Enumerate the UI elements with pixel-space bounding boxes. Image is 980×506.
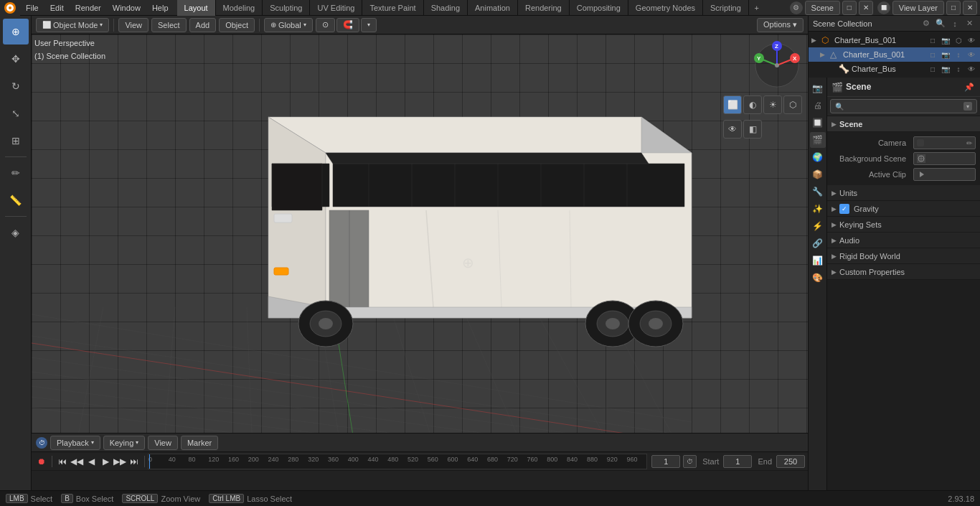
workspace-tab-uv-editing[interactable]: UV Editing bbox=[310, 0, 362, 16]
measure-tool-btn[interactable]: 📏 bbox=[3, 187, 29, 213]
scale-tool-btn[interactable]: ⤡ bbox=[3, 100, 29, 126]
material-props-btn[interactable]: 🎨 bbox=[810, 270, 826, 286]
bus001-render-icon[interactable]: 📷 bbox=[940, 49, 951, 60]
view-layer-selector[interactable]: View Layer bbox=[892, 1, 944, 15]
menu-edit[interactable]: Edit bbox=[44, 0, 70, 16]
workspace-tab-add[interactable]: + bbox=[749, 0, 765, 16]
modifier-props-btn[interactable]: 🔧 bbox=[810, 184, 826, 200]
gravity-checkbox[interactable]: ✓ bbox=[839, 204, 849, 214]
wireframe-mode-btn[interactable]: ⬡ bbox=[783, 95, 802, 114]
menu-help[interactable]: Help bbox=[146, 0, 174, 16]
gravity-section[interactable]: ▶ ✓ Gravity bbox=[827, 201, 980, 217]
outliner-scene-collection-row[interactable]: ▶ ⬡ Charter_Bus_001 □ 📷 ⬡ 👁 bbox=[809, 33, 980, 47]
render-props-btn[interactable]: 📷 bbox=[810, 80, 826, 96]
workspace-tab-geometry-nodes[interactable]: Geometry Nodes bbox=[628, 0, 703, 16]
outliner-filter-btn[interactable]: ⚙ bbox=[920, 17, 933, 30]
menu-render[interactable]: Render bbox=[70, 0, 107, 16]
options-btn[interactable]: Options ▾ bbox=[757, 18, 804, 32]
view-menu-btn-timeline[interactable]: View bbox=[148, 436, 178, 450]
jump-start-btn[interactable]: ⏮ bbox=[55, 454, 70, 469]
bus-view-icon[interactable]: □ bbox=[927, 63, 938, 75]
workspace-tab-animation[interactable]: Animation bbox=[468, 0, 518, 16]
record-btn[interactable]: ⏺ bbox=[34, 454, 49, 469]
object-props-btn[interactable]: 📦 bbox=[810, 167, 826, 182]
outliner-charter-bus-001-row[interactable]: ▶ △ Charter_Bus_001 □ 📷 ↕ 👁 bbox=[809, 47, 980, 62]
snap-type-btn[interactable]: ▾ bbox=[361, 18, 377, 32]
workspace-tab-layout[interactable]: Layout bbox=[177, 0, 216, 16]
proportional-btn[interactable]: ⊙ bbox=[316, 18, 335, 32]
annotate-tool-btn[interactable]: ✏ bbox=[3, 160, 29, 186]
add-object-btn[interactable]: ◈ bbox=[3, 220, 29, 245]
xray-btn[interactable]: ◧ bbox=[743, 120, 762, 139]
props-pin-btn[interactable]: 📌 bbox=[963, 80, 976, 93]
custom-properties-section[interactable]: ▶ Custom Properties bbox=[827, 264, 980, 280]
bus-hide-icon[interactable]: 👁 bbox=[966, 63, 977, 75]
active-clip-field[interactable] bbox=[913, 168, 976, 181]
bus001-hide-icon[interactable]: 👁 bbox=[966, 49, 977, 60]
select-menu-btn[interactable]: Select bbox=[151, 18, 187, 32]
data-props-btn[interactable]: 📊 bbox=[810, 253, 826, 268]
workspace-tab-sculpting[interactable]: Sculpting bbox=[263, 0, 310, 16]
view-layer-close-btn[interactable]: ✕ bbox=[963, 1, 977, 15]
particle-props-btn[interactable]: ✨ bbox=[810, 201, 826, 217]
workspace-tab-texture-paint[interactable]: Texture Paint bbox=[362, 0, 423, 16]
bus-select-icon[interactable]: ↕ bbox=[953, 63, 964, 75]
outliner-sync-btn[interactable]: ↕ bbox=[948, 17, 961, 30]
bus001-view-icon[interactable]: □ bbox=[927, 49, 938, 60]
current-frame-input[interactable] bbox=[651, 455, 680, 468]
rigid-body-world-section[interactable]: ▶ Rigid Body World bbox=[827, 248, 980, 264]
jump-end-btn[interactable]: ⏭ bbox=[127, 454, 141, 469]
material-mode-btn[interactable]: ◐ bbox=[743, 95, 762, 114]
start-frame-input[interactable] bbox=[723, 455, 752, 468]
props-search-filter-btn[interactable]: ▾ bbox=[963, 102, 972, 111]
jump-next-keyframe-btn[interactable]: ▶▶ bbox=[113, 454, 127, 469]
constraints-props-btn[interactable]: 🔗 bbox=[810, 235, 826, 251]
output-props-btn[interactable]: 🖨 bbox=[810, 98, 826, 113]
physics-props-btn[interactable]: ⚡ bbox=[810, 218, 826, 234]
restrict-hide-icon[interactable]: 👁 bbox=[966, 34, 977, 46]
marker-menu-btn[interactable]: Marker bbox=[181, 436, 218, 450]
outliner-new-btn[interactable]: ✕ bbox=[963, 17, 976, 30]
overlays-btn[interactable]: 👁 bbox=[723, 120, 742, 139]
audio-section[interactable]: ▶ Audio bbox=[827, 233, 980, 248]
workspace-tab-scripting[interactable]: Scripting bbox=[703, 0, 749, 16]
end-frame-input[interactable] bbox=[776, 455, 805, 468]
scene-close-btn[interactable]: ✕ bbox=[859, 1, 873, 15]
play-reverse-btn[interactable]: ◀ bbox=[84, 454, 98, 469]
cursor-tool-btn[interactable]: ⊕ bbox=[3, 19, 29, 44]
workspace-tab-modeling[interactable]: Modeling bbox=[216, 0, 263, 16]
transform-btn[interactable]: ⊕ Global ▾ bbox=[264, 18, 313, 32]
object-mode-btn[interactable]: ⬜ Object Mode ▾ bbox=[36, 18, 109, 32]
timeline-ruler-container[interactable]: 0 40 80 120 160 200 240 280 320 360 400 … bbox=[148, 454, 647, 469]
play-btn[interactable]: ▶ bbox=[98, 454, 113, 469]
props-search-input[interactable] bbox=[847, 102, 961, 111]
object-menu-btn[interactable]: Object bbox=[219, 18, 255, 32]
outliner-search-btn[interactable]: 🔍 bbox=[934, 17, 947, 30]
scene-new-btn[interactable]: □ bbox=[842, 1, 857, 15]
rendered-mode-btn[interactable]: ☀ bbox=[763, 95, 782, 114]
add-menu-btn[interactable]: Add bbox=[189, 18, 217, 32]
solid-mode-btn[interactable]: ⬜ bbox=[723, 95, 742, 114]
workspace-tab-compositing[interactable]: Compositing bbox=[570, 0, 628, 16]
scene-section-header[interactable]: ▶ Scene bbox=[827, 116, 980, 132]
camera-field[interactable]: ✏ bbox=[913, 136, 976, 149]
viewport-gizmo[interactable]: X Y Z bbox=[752, 40, 802, 90]
scene-props-btn[interactable]: 🎬 bbox=[810, 132, 826, 148]
jump-prev-keyframe-btn[interactable]: ◀◀ bbox=[70, 454, 84, 469]
world-props-btn[interactable]: 🌍 bbox=[810, 149, 826, 165]
view-layer-props-btn[interactable]: 🔲 bbox=[810, 115, 826, 131]
bg-scene-field[interactable] bbox=[913, 152, 976, 165]
viewport-canvas[interactable]: .grid-line { stroke: rgba(80,80,80,0.4);… bbox=[32, 34, 808, 433]
view-layer-new-btn[interactable]: □ bbox=[946, 1, 961, 15]
move-tool-btn[interactable]: ✥ bbox=[3, 46, 29, 72]
scene-selector[interactable]: Scene bbox=[805, 1, 840, 15]
menu-window[interactable]: Window bbox=[107, 0, 146, 16]
rotate-tool-btn[interactable]: ↻ bbox=[3, 73, 29, 99]
restrict-render-icon[interactable]: 📷 bbox=[940, 34, 951, 46]
keying-menu-btn[interactable]: Keying ▾ bbox=[103, 436, 146, 450]
view-menu-btn[interactable]: View bbox=[118, 18, 149, 32]
workspace-tab-shading[interactable]: Shading bbox=[424, 0, 468, 16]
restrict-select-icon[interactable]: ⬡ bbox=[953, 34, 964, 46]
fps-control[interactable]: ⏱ bbox=[683, 455, 697, 468]
transform-tool-btn[interactable]: ⊞ bbox=[3, 128, 29, 154]
